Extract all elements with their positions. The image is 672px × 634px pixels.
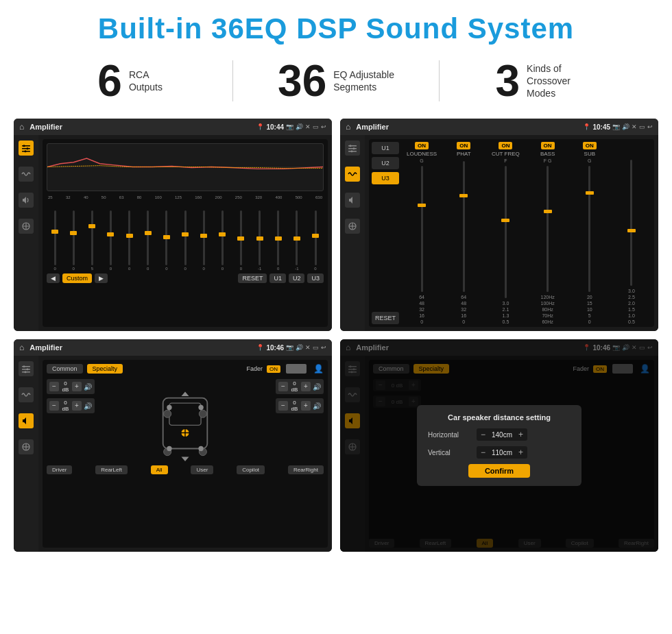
eq-slider-160hz[interactable]: 0	[195, 210, 212, 271]
fader-slider[interactable]	[286, 364, 307, 374]
fader-net-icon[interactable]	[19, 439, 34, 454]
dialog-horizontal-plus[interactable]: +	[518, 430, 523, 439]
fader-controls-left: − 0 dB + 🔊 − 0 dB + 🔊	[47, 379, 95, 461]
eq-slider-80hz[interactable]: 0	[140, 210, 156, 271]
vol-rr-plus[interactable]: +	[301, 401, 311, 411]
eq-slider-32hz[interactable]: 0	[65, 210, 82, 271]
fader-close-icon[interactable]: ✕	[305, 344, 311, 351]
eq-u2-btn[interactable]: U2	[289, 273, 305, 283]
fader-rearright-btn[interactable]: RearRight	[288, 465, 324, 474]
vol-fl-minus[interactable]: −	[49, 382, 59, 391]
crossover-wave-icon[interactable]	[345, 167, 360, 182]
svg-point-13	[353, 147, 355, 149]
dialog-horizontal-label: Horizontal	[428, 431, 472, 439]
channel-sub2-slider[interactable]	[630, 160, 632, 286]
channel-cutfreq-on[interactable]: ON	[499, 142, 512, 149]
stat-eq: 36 EQ AdjustableSegments	[233, 59, 438, 103]
eq-next-btn[interactable]: ▶	[95, 273, 108, 283]
dialog-vertical-minus[interactable]: −	[481, 448, 485, 457]
fader-copilot-btn[interactable]: Copilot	[237, 465, 265, 474]
crossover-back-icon[interactable]: ↩	[647, 123, 653, 130]
eq-time: 10:44	[266, 123, 284, 131]
vol-rl-plus[interactable]: +	[72, 401, 82, 411]
dialog-confirm-button[interactable]: Confirm	[468, 464, 530, 478]
vol-fr-plus[interactable]: +	[301, 382, 311, 391]
channel-cutfreq-slider[interactable]	[505, 166, 507, 298]
fader-user-btn[interactable]: User	[191, 465, 213, 474]
eq-back-icon[interactable]: ↩	[321, 123, 326, 130]
eq-slider-63hz[interactable]: 0	[121, 210, 138, 271]
eq-prev-btn[interactable]: ◀	[47, 273, 60, 283]
eq-slider-630hz[interactable]: 0	[307, 210, 324, 271]
eq-close-icon[interactable]: ✕	[305, 123, 311, 130]
eq-slider-40hz[interactable]: 5	[84, 210, 100, 271]
crossover-speaker-icon[interactable]	[345, 193, 360, 208]
channel-bass-on[interactable]: ON	[541, 142, 555, 149]
channel-sub2-val: 3.0	[628, 289, 635, 293]
eq-home-icon[interactable]: ⌂	[19, 122, 24, 132]
dialog-horizontal-minus[interactable]: −	[481, 430, 485, 439]
channel-loudness-slider[interactable]	[421, 166, 423, 292]
eq-slider-100hz[interactable]: 0	[158, 210, 175, 271]
fader-home-icon[interactable]: ⌂	[19, 343, 24, 352]
eq-slider-500hz[interactable]: -1	[289, 210, 305, 271]
fader-filter-icon[interactable]	[19, 361, 34, 376]
mode-u2-btn[interactable]: U2	[372, 157, 399, 169]
fader-rearleft-btn[interactable]: RearLeft	[95, 465, 128, 474]
eq-custom-btn[interactable]: Custom	[62, 273, 92, 283]
eq-slider-320hz[interactable]: -1	[252, 210, 268, 271]
dialog-vertical-val: 110cm	[488, 449, 516, 456]
crossover-filter-icon[interactable]	[345, 141, 360, 156]
eq-u3-btn[interactable]: U3	[307, 273, 324, 283]
crossover-close-icon[interactable]: ✕	[632, 123, 637, 130]
fader-status-icons: 📍 10:46 📷 🔊 ✕ ▭ ↩	[256, 344, 326, 352]
vol-rr-minus[interactable]: −	[278, 401, 288, 411]
mode-u1-btn[interactable]: U1	[372, 142, 399, 154]
crossover-container: U1 U2 U3 RESET ON LOUDNESS G	[369, 139, 654, 327]
channel-phat-slider[interactable]	[463, 161, 465, 292]
fader-body: − 0 dB + 🔊 − 0 dB + 🔊	[47, 379, 324, 461]
crossover-reset-btn[interactable]: RESET	[372, 312, 399, 324]
channel-cutfreq-val3: 1.3	[503, 313, 509, 318]
eq-slider-250hz[interactable]: 0	[232, 210, 249, 271]
fader-driver-btn[interactable]: Driver	[47, 465, 72, 474]
eq-wave-icon[interactable]	[19, 167, 34, 182]
channel-sub-slider[interactable]	[588, 166, 590, 292]
eq-reset-btn[interactable]: RESET	[238, 273, 267, 283]
eq-crossover-icon[interactable]	[19, 219, 34, 234]
channel-loudness-on[interactable]: ON	[415, 142, 429, 149]
eq-slider-25hz[interactable]: 0	[47, 210, 63, 271]
channel-bass-slider[interactable]	[547, 166, 549, 292]
fader-back-icon[interactable]: ↩	[321, 344, 326, 351]
eq-status-icons: 📍 10:44 📷 🔊 ✕ ▭ ↩	[256, 123, 326, 131]
fader-specialty-tab[interactable]: Specialty	[87, 364, 123, 374]
crossover-net-icon[interactable]	[345, 219, 360, 234]
svg-marker-42	[181, 457, 189, 461]
eq-slider-125hz[interactable]: 0	[177, 210, 193, 271]
vol-fr-minus[interactable]: −	[278, 382, 288, 391]
channel-sub2-val3: 2.0	[628, 301, 635, 306]
eq-u1-btn[interactable]: U1	[269, 273, 286, 283]
svg-point-22	[27, 368, 29, 370]
fader-wave-icon[interactable]	[19, 387, 34, 402]
eq-speaker-icon[interactable]	[19, 193, 34, 208]
mode-u3-btn[interactable]: U3	[372, 172, 399, 184]
vol-fl-plus[interactable]: +	[72, 382, 82, 391]
dialog-vertical-stepper[interactable]: − 110cm +	[477, 446, 527, 459]
channel-loudness-val: 64	[419, 295, 424, 300]
crossover-home-icon[interactable]: ⌂	[346, 122, 350, 132]
fader-common-tab[interactable]: Common	[47, 364, 83, 374]
channel-phat-on[interactable]: ON	[457, 142, 470, 149]
dialog-vertical-plus[interactable]: +	[518, 448, 523, 457]
vol-rl-minus[interactable]: −	[49, 401, 59, 411]
eq-slider-200hz[interactable]: 0	[214, 210, 230, 271]
fader-all-btn[interactable]: All	[151, 465, 168, 474]
fader-speaker-icon[interactable]	[19, 413, 34, 428]
svg-point-11	[350, 145, 352, 147]
eq-filter-icon[interactable]	[19, 141, 34, 156]
dialog-horizontal-stepper[interactable]: − 140cm +	[477, 428, 527, 441]
channel-sub-on[interactable]: ON	[583, 142, 597, 149]
fader-toggle[interactable]: ON	[267, 365, 280, 373]
eq-slider-400hz[interactable]: 0	[270, 210, 287, 271]
eq-slider-50hz[interactable]: 0	[102, 210, 119, 271]
